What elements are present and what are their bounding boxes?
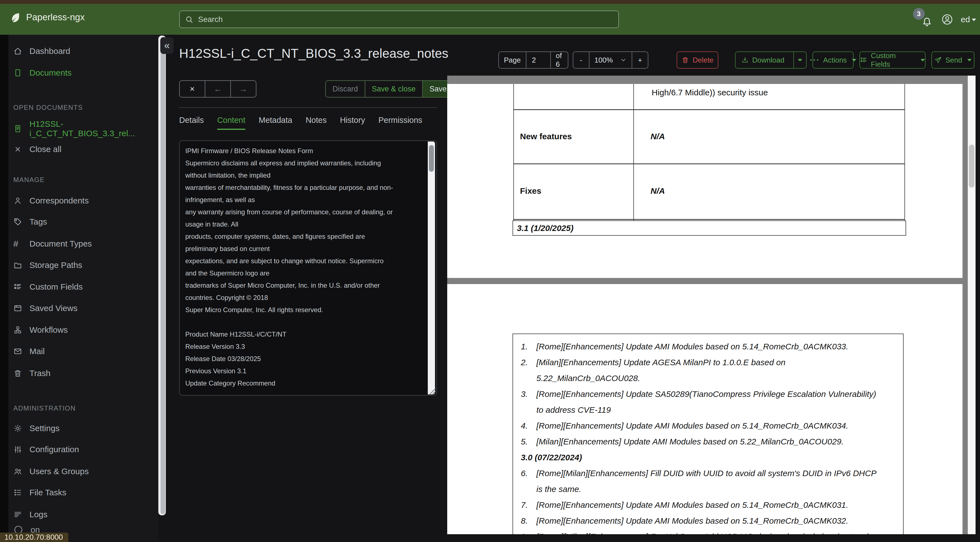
zoom-out-button[interactable]: - [573, 52, 589, 68]
actions-label: Actions [823, 56, 847, 64]
pane-splitter-thumb[interactable] [161, 37, 165, 514]
list-item-number: 4. [521, 418, 536, 434]
file-text-icon [13, 124, 22, 133]
sidebar-item-configuration[interactable]: Configuration [13, 443, 79, 456]
paperless-ngx-app: Paperless-ngx 3 [0, 0, 980, 542]
tab-permissions[interactable]: Permissions [378, 116, 422, 130]
user-avatar-icon[interactable] [941, 13, 954, 26]
sidebar-item-document-types[interactable]: # Document Types [13, 238, 92, 250]
pdf-row-label: Fixes [520, 186, 541, 196]
custom-fields-button[interactable]: Custom Fields [859, 51, 926, 69]
list-item: 5. [Milan][Enhancements] Update AMI Modu… [521, 434, 892, 450]
header-right-controls: 3 ed [918, 4, 976, 35]
pdf-scrollbar-thumb[interactable] [969, 145, 974, 188]
list-item-text: [Rome][Enhancements] Update SA50289(Tian… [536, 386, 880, 418]
sidebar-open-document[interactable]: H12SSL-i_C_CT_NT_BIOS_3.3_rel... [13, 122, 158, 135]
sidebar-item-mail[interactable]: Mail [13, 345, 45, 358]
sidebar-item-label: Custom Fields [29, 282, 83, 292]
tab-notes[interactable]: Notes [305, 116, 327, 130]
sidebar-item-label: Documents [29, 68, 72, 78]
page-number-input[interactable] [531, 56, 545, 65]
notifications-button[interactable]: 3 [918, 10, 934, 29]
chevron-down-icon [620, 57, 627, 63]
list-item-text: [Rome][Enhancements] Update AMI Modules … [536, 418, 848, 434]
sidebar-close-all[interactable]: Close all [13, 143, 61, 156]
pdf-page-2: 1. [Rome][Enhancements] Update AMI Modul… [447, 284, 963, 534]
sidebar-item-label: Document Types [29, 239, 92, 249]
content-scrollbar-thumb[interactable] [429, 145, 434, 172]
list-heading-text: 3.0 (07/22/2024) [521, 450, 582, 465]
user-menu[interactable]: ed [961, 15, 976, 24]
document-title: H12SSL-i_C_CT_NT_BIOS_3.3_release_notes [179, 46, 485, 61]
sidebar-item-documents[interactable]: Documents [13, 67, 72, 79]
pdf-page-1: High/6.7 Middle)) security issue New fea… [447, 84, 963, 278]
notification-count-badge: 3 [913, 8, 925, 20]
close-document-button[interactable]: × [180, 81, 205, 97]
sidebar-item-custom-fields[interactable]: Custom Fields [13, 281, 83, 293]
document-tabs: Details Content Metadata Notes History P… [179, 116, 422, 130]
open-documents-header: OPEN DOCUMENTS [13, 104, 83, 112]
list-item-number: 9. [521, 529, 536, 534]
chevron-down-icon [798, 59, 802, 61]
sidebar-item-file-tasks[interactable]: File Tasks [13, 486, 67, 499]
close-all-label: Close all [29, 145, 61, 154]
sidebar-item-dashboard[interactable]: Dashboard [13, 45, 70, 57]
download-label: Download [752, 56, 784, 64]
chevron-down-icon [852, 59, 856, 61]
list-item: 6. [Rome][Milan][Enhancements] Fill DUID… [521, 465, 892, 497]
discard-button[interactable]: Discard [326, 81, 365, 97]
pdf-row-value: N/A [651, 186, 665, 196]
table-border [904, 84, 905, 220]
chevron-down-icon [972, 19, 976, 21]
delete-button[interactable]: Delete [677, 51, 718, 69]
list-item-number: 6. [521, 465, 536, 497]
list-item: 3. [Rome][Enhancements] Update SA50289(T… [521, 386, 892, 418]
actions-button[interactable]: ··· Actions [813, 51, 854, 69]
sidebar-item-workflows[interactable]: Workflows [13, 324, 68, 336]
tab-details[interactable]: Details [179, 116, 204, 130]
app-brand[interactable]: Paperless-ngx [10, 12, 85, 23]
content-textarea[interactable]: IPMI Firmware / BIOS Release Notes Form … [179, 140, 437, 395]
tab-metadata[interactable]: Metadata [259, 116, 292, 130]
home-icon [13, 47, 22, 56]
ellipsis-icon: ··· [810, 57, 820, 63]
sidebar-item-settings[interactable]: Settings [13, 422, 59, 435]
sidebar-item-logs[interactable]: Logs [13, 508, 48, 521]
tab-content[interactable]: Content [217, 116, 245, 130]
download-options-button[interactable] [793, 52, 806, 68]
sidebar-item-users-groups[interactable]: Users & Groups [13, 465, 89, 478]
send-button[interactable]: Send [931, 51, 974, 69]
list-item-number: 2. [521, 354, 536, 386]
previous-document-button[interactable]: ← [205, 81, 230, 97]
zoom-level-select[interactable]: 100% [589, 52, 632, 68]
list-item-number: 5. [521, 434, 536, 450]
download-button[interactable]: Download [735, 52, 790, 68]
sidebar-item-correspondents[interactable]: Correspondents [13, 194, 89, 207]
sidebar-item-label: Mail [29, 347, 45, 356]
sidebar-item-trash[interactable]: Trash [13, 367, 51, 380]
collapse-sidebar-button[interactable]: « [160, 37, 173, 54]
search-input[interactable] [197, 15, 613, 24]
zoom-level-value: 100% [595, 56, 613, 64]
list-item-number: 3. [521, 386, 536, 418]
sidebar-item-storage-paths[interactable]: Storage Paths [13, 259, 82, 271]
trash-icon [13, 369, 22, 378]
custom-fields-label: Custom Fields [871, 51, 916, 69]
textarea-resize-handle[interactable] [430, 388, 436, 394]
sidebar-item-saved-views[interactable]: Saved Views [13, 302, 78, 315]
envelope-icon [13, 347, 22, 356]
app-title: Paperless-ngx [26, 12, 85, 22]
page-number-field[interactable] [526, 52, 550, 68]
next-document-button[interactable]: → [230, 81, 256, 97]
list-item: 9. [Rome][Milan][Enhancements] For UsbBu… [521, 529, 892, 534]
sidebar-item-label: Storage Paths [29, 260, 82, 270]
save-and-close-button[interactable]: Save & close [365, 81, 423, 97]
table-border [513, 109, 905, 110]
zoom-in-button[interactable]: + [632, 52, 648, 68]
global-search[interactable] [179, 11, 619, 28]
sidebar: Dashboard Documents OPEN DOCUMENTS H12SS… [8, 35, 158, 542]
tab-history[interactable]: History [340, 116, 365, 130]
content-scrollbar-track[interactable] [428, 142, 435, 394]
sidebar-item-tags[interactable]: Tags [13, 215, 47, 228]
sidebar-item-label: Trash [29, 368, 51, 378]
